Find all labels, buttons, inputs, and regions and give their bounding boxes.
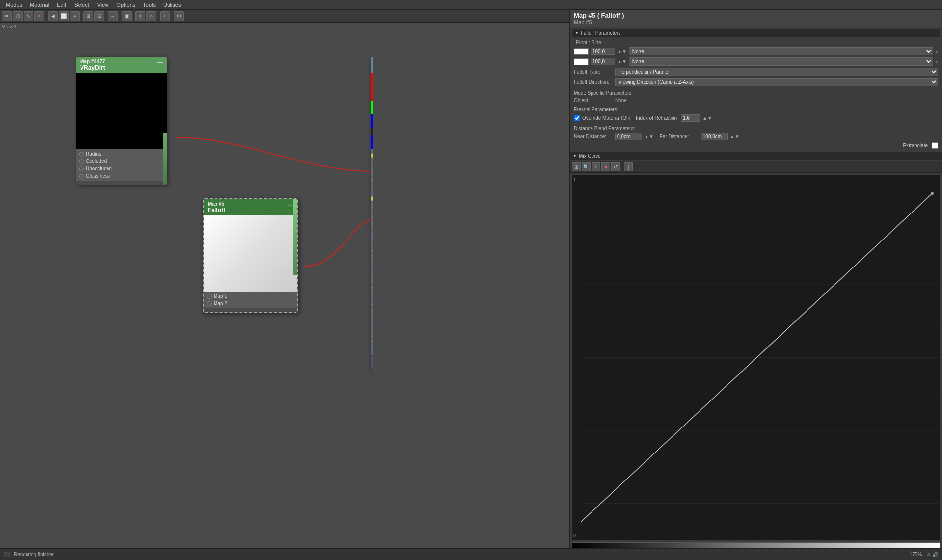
port-self-illum[interactable]: Self-illum [371, 334, 373, 345]
falloff-params-header[interactable]: ▼ Falloff Parameters [572, 29, 940, 37]
menu-view[interactable]: View [93, 2, 113, 8]
port-hilight-dot[interactable] [371, 261, 373, 266]
none-select-2[interactable]: None [629, 57, 933, 66]
port-radius-dot[interactable] [79, 152, 84, 157]
curve-tool-add[interactable]: + [592, 162, 600, 171]
port-glossiness-dot[interactable] [79, 174, 84, 179]
toolbar-box2[interactable]: ▪ [70, 11, 80, 21]
menu-options[interactable]: Options [112, 2, 139, 8]
toolbar-grid1[interactable]: ⊞ [83, 11, 93, 21]
spinner-up-1[interactable]: ▲▼ [617, 49, 627, 54]
ior-input[interactable] [681, 114, 700, 122]
spinner-up-2[interactable]: ▲▼ [617, 59, 627, 64]
toolbar-grid2[interactable]: ⊟ [94, 11, 104, 21]
node-vraymtl[interactable]: AI35_007_walls VRayMtl — [371, 57, 373, 371]
port-an-rotation[interactable]: An. rotation [371, 312, 373, 323]
node-vraydirt-menu[interactable]: — [157, 59, 163, 66]
color-value-2[interactable] [591, 58, 615, 65]
port-fog-color[interactable]: Fog color [371, 323, 373, 334]
port-fog-color-dot[interactable] [371, 326, 373, 331]
toolbar-dot1[interactable]: • [135, 11, 145, 21]
port-opacity-dot[interactable] [371, 283, 373, 288]
falloff-type-select[interactable]: Perpendicular / Parallel [615, 68, 938, 76]
port-ior-dot[interactable] [371, 250, 373, 255]
falloff-direction-select[interactable]: Viewing Direction (Camera Z-Axis) [615, 78, 938, 86]
menu-edit[interactable]: Edit [53, 2, 70, 8]
port-reflect-map[interactable]: Reflect map [371, 161, 373, 172]
curve-tool-move[interactable]: ⊞ [572, 162, 581, 171]
port-refract-dot[interactable] [371, 175, 373, 180]
near-distance-input[interactable] [615, 133, 642, 140]
node-falloff[interactable]: Map #5 Falloff — Map 1 Map 2 [203, 198, 298, 313]
menu-material[interactable]: Material [26, 2, 53, 8]
port-occluded-dot[interactable] [79, 159, 84, 164]
port-roughness-dot[interactable] [371, 293, 373, 298]
ior-spinner[interactable]: ▲▼ [702, 115, 712, 121]
toolbar-node[interactable]: ⬡ [13, 11, 23, 21]
port-environment[interactable]: Environment [371, 226, 373, 237]
toolbar-plus[interactable]: + [160, 11, 170, 21]
toolbar-box1[interactable]: ⬜ [59, 11, 69, 21]
color-swatch-2[interactable] [574, 58, 589, 65]
port-environment-dot[interactable] [371, 229, 373, 234]
node-vraydirt[interactable]: Map #4477 VRayDirt — Radius Occluded Uno… [76, 57, 167, 185]
far-distance-input[interactable] [701, 133, 728, 140]
port-anisotropy[interactable]: Anisotropy [371, 301, 373, 312]
port-refl-gloss-dot[interactable] [371, 196, 373, 201]
port-self-illum-dot[interactable] [371, 337, 373, 342]
port-roughness[interactable]: Roughness [371, 291, 373, 301]
mr-connection[interactable]: mr Connection + [371, 355, 373, 367]
color-value-1[interactable] [591, 48, 615, 55]
override-ior-checkbox[interactable] [574, 115, 580, 121]
port-occluded[interactable]: Occluded [76, 158, 161, 165]
port-fresnel-dot[interactable] [371, 272, 373, 277]
port-reflect-dot[interactable] [371, 164, 373, 169]
toolbar-dot2[interactable]: ○ [146, 11, 156, 21]
falloff-port-map2-dot[interactable] [207, 301, 212, 306]
extrapolate-checkbox[interactable] [932, 142, 938, 149]
port-refl-gloss[interactable]: Refl. gloss. [371, 193, 373, 204]
port-anisotropy-dot[interactable] [371, 304, 373, 309]
port-opacity[interactable]: Opacity [371, 280, 373, 291]
falloff-port-map1-dot[interactable] [207, 294, 212, 299]
port-unoccluded[interactable]: Unoccluded [76, 165, 161, 172]
menu-utilities[interactable]: Utilities [160, 2, 185, 8]
toolbar-arrow[interactable]: → [108, 11, 118, 21]
menu-tools[interactable]: Tools [139, 2, 160, 8]
curve-tool-reset[interactable]: ↺ [611, 162, 620, 171]
menu-select[interactable]: Select [70, 2, 93, 8]
mix-curve-header[interactable]: ▼ Mix Curve [570, 152, 942, 160]
menu-modes[interactable]: Modes [2, 2, 26, 8]
port-unoccluded-dot[interactable] [79, 166, 84, 171]
toolbar-gear[interactable]: ⚙ [174, 11, 184, 21]
color-swatch-1[interactable] [574, 48, 589, 55]
toolbar-cursor[interactable]: ↖ [24, 11, 33, 21]
port-translucency-dot[interactable] [371, 240, 373, 244]
port-ior[interactable]: IOR [371, 247, 373, 258]
near-spinner[interactable]: ▲▼ [644, 134, 654, 139]
curve-area[interactable]: 1 0 [572, 175, 940, 540]
curve-tool-delete[interactable]: ✕ [601, 162, 610, 171]
port-an-rotation-dot[interactable] [371, 315, 373, 320]
toolbar-frame[interactable]: ▣ [122, 11, 132, 21]
port-diffuse-dot[interactable] [371, 153, 373, 158]
port-translucency[interactable]: Translucency [371, 237, 373, 247]
toolbar-pencil[interactable]: ✏ [2, 11, 12, 21]
curve-tool-zoom[interactable]: 🔍 [582, 162, 591, 171]
port-bump-map[interactable]: Bump map [371, 183, 373, 193]
port-refr-gloss-dot[interactable] [371, 207, 373, 212]
port-refract-map[interactable]: Refract map [371, 172, 373, 183]
toolbar-x[interactable]: ✕ [34, 11, 44, 21]
far-spinner[interactable]: ▲▼ [730, 134, 740, 139]
port-diffuse-map[interactable]: Diffuse map [371, 150, 373, 161]
port-radius[interactable]: Radius [76, 150, 161, 158]
port-refr-gloss[interactable]: Refr. gloss. [371, 204, 373, 215]
port-hilight-gloss[interactable]: Hilight gloss [371, 258, 373, 269]
port-fresnel-ior[interactable]: Fresnel IOR [371, 269, 373, 280]
none-select-1[interactable]: None [629, 47, 933, 55]
falloff-port-map2[interactable]: Map 2 [204, 300, 297, 307]
port-glossiness[interactable]: Glossiness [76, 172, 161, 180]
falloff-port-map1[interactable]: Map 1 [204, 293, 297, 300]
port-bump-dot[interactable] [371, 186, 373, 190]
port-displacement-dot[interactable] [371, 218, 373, 223]
